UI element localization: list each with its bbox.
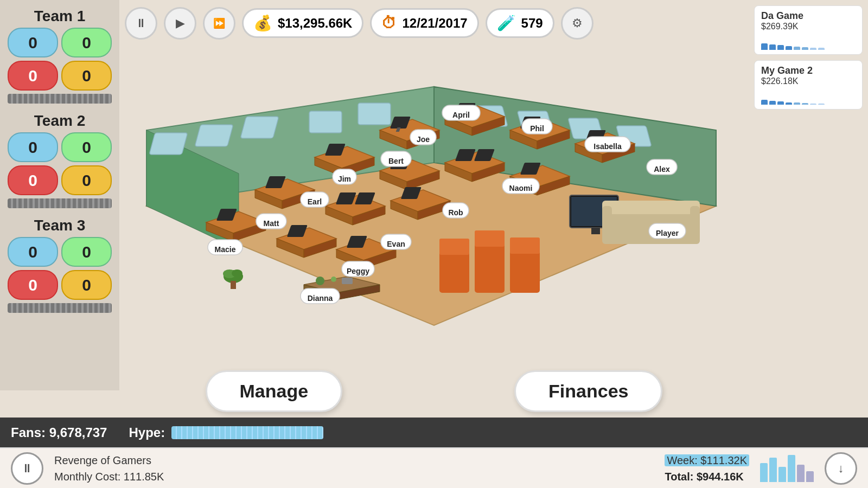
- team-3-slider[interactable]: [8, 303, 112, 313]
- team-1-red-stat: 0: [8, 61, 58, 91]
- chart-bar: [797, 465, 805, 482]
- chart-bar: [778, 467, 786, 482]
- office-container: April Phil Joe Isabella Alex: [119, 43, 749, 358]
- mini-bar: [810, 48, 816, 50]
- hype-bar: [171, 426, 323, 439]
- manage-button[interactable]: Manage: [206, 370, 343, 412]
- mini-bar: [769, 101, 776, 105]
- game-2-card[interactable]: My Game 2 $226.18K: [754, 60, 863, 110]
- play-button[interactable]: ▶: [164, 7, 196, 40]
- svg-rect-83: [591, 228, 600, 234]
- svg-text:Jim: Jim: [338, 175, 351, 183]
- mini-bar: [786, 102, 792, 105]
- svg-rect-4: [149, 133, 188, 155]
- mini-bar: [777, 45, 784, 50]
- team-2-slider[interactable]: [8, 198, 112, 208]
- money-display: 💰 $13,295.66K: [242, 8, 363, 38]
- team-2-red-stat: 0: [8, 165, 58, 195]
- total-value: Total: $944.16K: [665, 468, 749, 485]
- fans-display: Fans: 9,678,737: [11, 425, 107, 440]
- game-1-card[interactable]: Da Game $269.39K: [754, 5, 863, 55]
- right-panel: Da Game $269.39K My Game 2 $226.18K: [749, 0, 868, 120]
- svg-text:Rob: Rob: [448, 208, 463, 217]
- svg-text:Joe: Joe: [417, 135, 430, 144]
- team-1-slider[interactable]: [8, 94, 112, 104]
- team-1-title: Team 1: [8, 8, 112, 25]
- svg-text:Player: Player: [656, 229, 679, 237]
- bottom-text: Revenge of Gamers Monthly Cost: 111.85K: [54, 452, 654, 485]
- flask-icon: 🧪: [497, 14, 516, 32]
- svg-point-91: [316, 277, 324, 285]
- mini-bar: [769, 44, 776, 50]
- svg-text:April: April: [452, 111, 470, 119]
- bottom-info: ⏸ Revenge of Gamers Monthly Cost: 111.85…: [0, 447, 868, 488]
- chart-bar: [760, 463, 768, 482]
- svg-text:Naomi: Naomi: [509, 184, 533, 192]
- svg-rect-97: [231, 281, 236, 289]
- fast-forward-button[interactable]: ⏩: [203, 7, 235, 40]
- game-1-value: $269.39K: [761, 22, 856, 31]
- scroll-down-button[interactable]: ↓: [825, 452, 857, 485]
- svg-text:Phil: Phil: [530, 124, 544, 133]
- svg-text:Dianna: Dianna: [308, 294, 333, 303]
- mini-bar: [818, 104, 825, 105]
- coin-icon: 💰: [253, 14, 272, 32]
- svg-point-96: [232, 269, 242, 277]
- bottom-finance: Week: $111.32K Total: $944.16K: [665, 452, 749, 485]
- team-2-yellow-stat: 0: [61, 165, 112, 195]
- hype-container: Hype:: [129, 425, 323, 440]
- team-2-stats: 0 0 0 0: [8, 132, 112, 195]
- team-3-red-stat: 0: [8, 270, 58, 300]
- game-2-chart: [761, 88, 856, 105]
- date-display: ⏱ 12/21/2017: [370, 8, 478, 38]
- team-3-green-stat: 0: [61, 237, 112, 267]
- top-bar: ⏸ ▶ ⏩ 💰 $13,295.66K ⏱ 12/21/2017 🧪 579 ⚙: [125, 5, 743, 41]
- svg-text:Bert: Bert: [388, 157, 404, 165]
- bottom-buttons: Manage Finances: [119, 370, 749, 412]
- mini-bar: [786, 46, 792, 50]
- office-svg: April Phil Joe Isabella Alex: [119, 43, 749, 358]
- mini-bar: [794, 47, 800, 50]
- svg-rect-76: [439, 239, 469, 255]
- pause-button[interactable]: ⏸: [125, 7, 157, 40]
- team-2-green-stat: 0: [61, 132, 112, 162]
- svg-rect-80: [510, 237, 540, 254]
- mini-bar: [777, 101, 784, 105]
- status-bar: Fans: 9,678,737 Hype:: [0, 418, 868, 447]
- bottom-pause-button[interactable]: ⏸: [11, 452, 43, 485]
- svg-rect-87: [690, 206, 700, 244]
- game-1-title: Da Game: [761, 10, 856, 22]
- points-display: 🧪 579: [486, 8, 554, 38]
- mini-bar: [794, 102, 800, 105]
- team-1-stats: 0 0 0 0: [8, 28, 112, 91]
- svg-text:Matt: Matt: [264, 219, 279, 228]
- week-value: Week: $111.32K: [665, 452, 749, 468]
- finances-button[interactable]: Finances: [514, 370, 662, 412]
- project-name: Revenge of Gamers: [54, 452, 654, 468]
- team-2-title: Team 2: [8, 112, 112, 130]
- chart-bar: [769, 458, 777, 482]
- svg-text:Earl: Earl: [308, 197, 322, 206]
- game-2-value: $226.18K: [761, 76, 856, 86]
- mini-bar: [761, 43, 768, 50]
- mini-bar: [802, 103, 808, 105]
- mini-bar: [761, 100, 768, 105]
- left-panel: Team 1 0 0 0 0 Team 2 0 0 0 0 Team 3 0 0…: [0, 0, 119, 390]
- svg-text:Macie: Macie: [215, 245, 236, 254]
- hype-fill: [171, 426, 323, 439]
- game-2-title: My Game 2: [761, 65, 856, 76]
- chart-bar: [806, 471, 814, 482]
- svg-rect-86: [602, 206, 612, 244]
- svg-rect-93: [342, 278, 353, 284]
- mini-bar: [810, 104, 816, 105]
- svg-rect-5: [195, 125, 233, 146]
- team-1-yellow-stat: 0: [61, 61, 112, 91]
- mini-bar: [802, 47, 808, 50]
- team-2-section: Team 2 0 0 0 0: [5, 110, 114, 210]
- svg-rect-78: [475, 230, 505, 247]
- game-area[interactable]: April Phil Joe Isabella Alex: [119, 43, 749, 358]
- team-3-section: Team 3 0 0 0 0: [5, 215, 114, 315]
- game-1-chart: [761, 34, 856, 50]
- timer-icon: ⏱: [381, 14, 397, 32]
- settings-button[interactable]: ⚙: [561, 7, 593, 40]
